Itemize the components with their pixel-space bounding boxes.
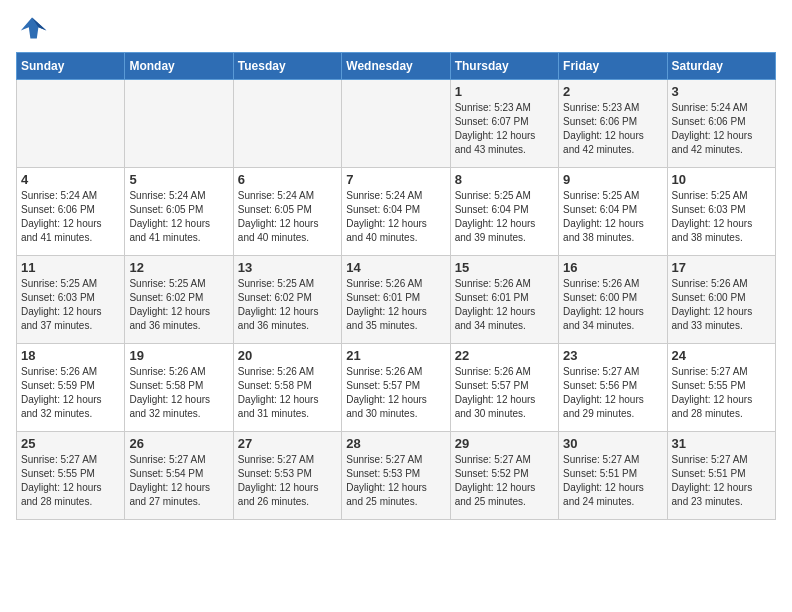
calendar-week-row: 25Sunrise: 5:27 AMSunset: 5:55 PMDayligh… <box>17 432 776 520</box>
day-number: 16 <box>563 260 662 275</box>
calendar-cell: 26Sunrise: 5:27 AMSunset: 5:54 PMDayligh… <box>125 432 233 520</box>
calendar-cell: 20Sunrise: 5:26 AMSunset: 5:58 PMDayligh… <box>233 344 341 432</box>
weekday-header-tuesday: Tuesday <box>233 53 341 80</box>
day-info: Sunrise: 5:26 AMSunset: 6:00 PMDaylight:… <box>563 277 662 333</box>
day-number: 4 <box>21 172 120 187</box>
day-info: Sunrise: 5:27 AMSunset: 5:56 PMDaylight:… <box>563 365 662 421</box>
calendar-cell: 13Sunrise: 5:25 AMSunset: 6:02 PMDayligh… <box>233 256 341 344</box>
day-number: 29 <box>455 436 554 451</box>
day-number: 15 <box>455 260 554 275</box>
day-info: Sunrise: 5:26 AMSunset: 6:01 PMDaylight:… <box>455 277 554 333</box>
day-number: 21 <box>346 348 445 363</box>
day-number: 2 <box>563 84 662 99</box>
calendar-cell: 16Sunrise: 5:26 AMSunset: 6:00 PMDayligh… <box>559 256 667 344</box>
day-info: Sunrise: 5:27 AMSunset: 5:53 PMDaylight:… <box>346 453 445 509</box>
day-info: Sunrise: 5:24 AMSunset: 6:06 PMDaylight:… <box>21 189 120 245</box>
day-number: 17 <box>672 260 771 275</box>
day-info: Sunrise: 5:27 AMSunset: 5:51 PMDaylight:… <box>672 453 771 509</box>
calendar-cell: 15Sunrise: 5:26 AMSunset: 6:01 PMDayligh… <box>450 256 558 344</box>
day-number: 14 <box>346 260 445 275</box>
day-number: 25 <box>21 436 120 451</box>
day-number: 31 <box>672 436 771 451</box>
day-info: Sunrise: 5:26 AMSunset: 5:58 PMDaylight:… <box>129 365 228 421</box>
day-info: Sunrise: 5:24 AMSunset: 6:05 PMDaylight:… <box>129 189 228 245</box>
calendar-cell: 17Sunrise: 5:26 AMSunset: 6:00 PMDayligh… <box>667 256 775 344</box>
weekday-header-saturday: Saturday <box>667 53 775 80</box>
weekday-header-thursday: Thursday <box>450 53 558 80</box>
calendar-cell: 8Sunrise: 5:25 AMSunset: 6:04 PMDaylight… <box>450 168 558 256</box>
calendar-cell: 6Sunrise: 5:24 AMSunset: 6:05 PMDaylight… <box>233 168 341 256</box>
day-number: 24 <box>672 348 771 363</box>
calendar-cell: 18Sunrise: 5:26 AMSunset: 5:59 PMDayligh… <box>17 344 125 432</box>
calendar-week-row: 4Sunrise: 5:24 AMSunset: 6:06 PMDaylight… <box>17 168 776 256</box>
day-number: 9 <box>563 172 662 187</box>
day-info: Sunrise: 5:25 AMSunset: 6:04 PMDaylight:… <box>563 189 662 245</box>
weekday-header-monday: Monday <box>125 53 233 80</box>
day-number: 19 <box>129 348 228 363</box>
day-number: 10 <box>672 172 771 187</box>
day-info: Sunrise: 5:26 AMSunset: 5:57 PMDaylight:… <box>455 365 554 421</box>
calendar-cell: 11Sunrise: 5:25 AMSunset: 6:03 PMDayligh… <box>17 256 125 344</box>
day-info: Sunrise: 5:27 AMSunset: 5:55 PMDaylight:… <box>672 365 771 421</box>
calendar-cell: 7Sunrise: 5:24 AMSunset: 6:04 PMDaylight… <box>342 168 450 256</box>
calendar-week-row: 18Sunrise: 5:26 AMSunset: 5:59 PMDayligh… <box>17 344 776 432</box>
day-info: Sunrise: 5:26 AMSunset: 5:58 PMDaylight:… <box>238 365 337 421</box>
weekday-header-wednesday: Wednesday <box>342 53 450 80</box>
calendar-cell: 30Sunrise: 5:27 AMSunset: 5:51 PMDayligh… <box>559 432 667 520</box>
day-info: Sunrise: 5:25 AMSunset: 6:03 PMDaylight:… <box>672 189 771 245</box>
day-info: Sunrise: 5:23 AMSunset: 6:07 PMDaylight:… <box>455 101 554 157</box>
calendar-cell: 24Sunrise: 5:27 AMSunset: 5:55 PMDayligh… <box>667 344 775 432</box>
calendar-cell <box>125 80 233 168</box>
day-info: Sunrise: 5:26 AMSunset: 6:00 PMDaylight:… <box>672 277 771 333</box>
day-info: Sunrise: 5:25 AMSunset: 6:02 PMDaylight:… <box>238 277 337 333</box>
calendar-cell: 28Sunrise: 5:27 AMSunset: 5:53 PMDayligh… <box>342 432 450 520</box>
day-number: 13 <box>238 260 337 275</box>
calendar-table: SundayMondayTuesdayWednesdayThursdayFrid… <box>16 52 776 520</box>
day-number: 27 <box>238 436 337 451</box>
day-info: Sunrise: 5:26 AMSunset: 6:01 PMDaylight:… <box>346 277 445 333</box>
day-info: Sunrise: 5:27 AMSunset: 5:53 PMDaylight:… <box>238 453 337 509</box>
calendar-cell: 25Sunrise: 5:27 AMSunset: 5:55 PMDayligh… <box>17 432 125 520</box>
logo <box>16 16 52 44</box>
calendar-cell: 21Sunrise: 5:26 AMSunset: 5:57 PMDayligh… <box>342 344 450 432</box>
day-info: Sunrise: 5:27 AMSunset: 5:54 PMDaylight:… <box>129 453 228 509</box>
day-number: 1 <box>455 84 554 99</box>
day-info: Sunrise: 5:27 AMSunset: 5:51 PMDaylight:… <box>563 453 662 509</box>
day-number: 23 <box>563 348 662 363</box>
day-number: 6 <box>238 172 337 187</box>
day-number: 26 <box>129 436 228 451</box>
day-number: 28 <box>346 436 445 451</box>
day-number: 22 <box>455 348 554 363</box>
calendar-cell: 3Sunrise: 5:24 AMSunset: 6:06 PMDaylight… <box>667 80 775 168</box>
calendar-cell <box>233 80 341 168</box>
day-number: 30 <box>563 436 662 451</box>
page-header <box>16 16 776 44</box>
weekday-header-sunday: Sunday <box>17 53 125 80</box>
day-info: Sunrise: 5:25 AMSunset: 6:04 PMDaylight:… <box>455 189 554 245</box>
weekday-header-friday: Friday <box>559 53 667 80</box>
calendar-cell: 19Sunrise: 5:26 AMSunset: 5:58 PMDayligh… <box>125 344 233 432</box>
calendar-cell <box>342 80 450 168</box>
calendar-cell: 2Sunrise: 5:23 AMSunset: 6:06 PMDaylight… <box>559 80 667 168</box>
day-info: Sunrise: 5:25 AMSunset: 6:02 PMDaylight:… <box>129 277 228 333</box>
calendar-cell: 9Sunrise: 5:25 AMSunset: 6:04 PMDaylight… <box>559 168 667 256</box>
calendar-cell: 1Sunrise: 5:23 AMSunset: 6:07 PMDaylight… <box>450 80 558 168</box>
calendar-cell: 27Sunrise: 5:27 AMSunset: 5:53 PMDayligh… <box>233 432 341 520</box>
day-info: Sunrise: 5:24 AMSunset: 6:05 PMDaylight:… <box>238 189 337 245</box>
day-number: 3 <box>672 84 771 99</box>
day-number: 7 <box>346 172 445 187</box>
day-info: Sunrise: 5:27 AMSunset: 5:52 PMDaylight:… <box>455 453 554 509</box>
calendar-cell: 31Sunrise: 5:27 AMSunset: 5:51 PMDayligh… <box>667 432 775 520</box>
day-info: Sunrise: 5:26 AMSunset: 5:57 PMDaylight:… <box>346 365 445 421</box>
day-number: 20 <box>238 348 337 363</box>
day-number: 18 <box>21 348 120 363</box>
day-info: Sunrise: 5:24 AMSunset: 6:04 PMDaylight:… <box>346 189 445 245</box>
calendar-cell: 12Sunrise: 5:25 AMSunset: 6:02 PMDayligh… <box>125 256 233 344</box>
calendar-cell: 14Sunrise: 5:26 AMSunset: 6:01 PMDayligh… <box>342 256 450 344</box>
calendar-cell: 29Sunrise: 5:27 AMSunset: 5:52 PMDayligh… <box>450 432 558 520</box>
day-info: Sunrise: 5:27 AMSunset: 5:55 PMDaylight:… <box>21 453 120 509</box>
day-number: 11 <box>21 260 120 275</box>
logo-icon <box>16 16 48 44</box>
calendar-week-row: 11Sunrise: 5:25 AMSunset: 6:03 PMDayligh… <box>17 256 776 344</box>
day-number: 12 <box>129 260 228 275</box>
